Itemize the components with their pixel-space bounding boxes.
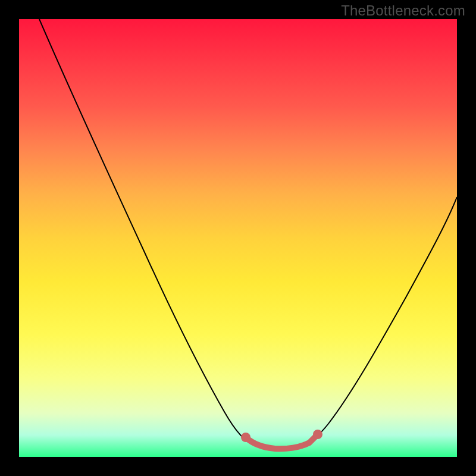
plot-area <box>19 19 457 457</box>
highlight-end-dot <box>313 430 322 439</box>
chart-frame: TheBottleneck.com <box>0 0 476 476</box>
curve-layer <box>19 19 457 457</box>
bottleneck-curve <box>39 19 457 449</box>
highlight-start-dot <box>241 433 250 442</box>
highlight-segment <box>246 434 318 449</box>
watermark-text: TheBottleneck.com <box>341 2 465 19</box>
